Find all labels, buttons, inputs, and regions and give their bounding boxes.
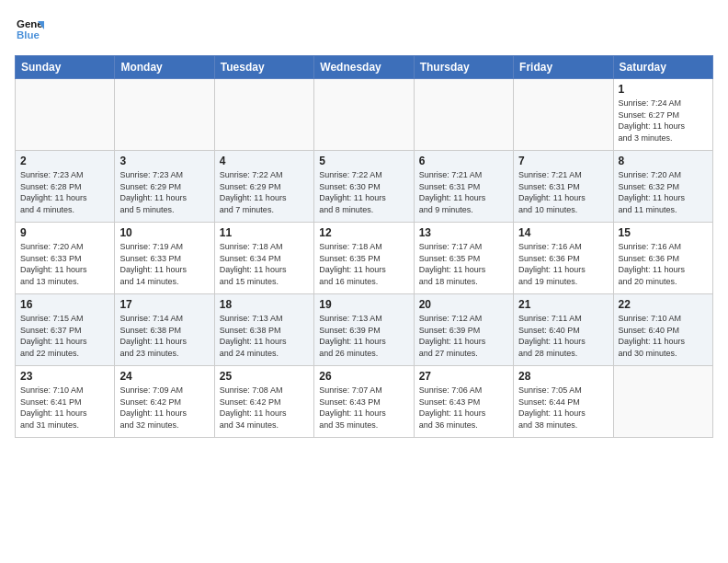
day-number: 14 (518, 226, 608, 239)
day-number: 21 (518, 298, 608, 311)
day-number: 3 (119, 155, 209, 167)
calendar-cell: 14Sunrise: 7:16 AM Sunset: 6:36 PM Dayli… (514, 223, 613, 294)
day-info: Sunrise: 7:11 AM Sunset: 6:40 PM Dayligh… (518, 313, 608, 359)
day-number: 10 (119, 226, 209, 239)
calendar-cell: 24Sunrise: 7:09 AM Sunset: 6:42 PM Dayli… (115, 366, 214, 438)
weekday-header-sunday: Sunday (16, 56, 115, 79)
header: General Blue (15, 15, 713, 46)
day-number: 1 (619, 83, 708, 96)
day-info: Sunrise: 7:12 AM Sunset: 6:39 PM Dayligh… (419, 313, 508, 359)
day-info: Sunrise: 7:07 AM Sunset: 6:43 PM Dayligh… (319, 385, 408, 431)
day-info: Sunrise: 7:20 AM Sunset: 6:33 PM Dayligh… (20, 241, 109, 287)
day-info: Sunrise: 7:09 AM Sunset: 6:42 PM Dayligh… (119, 385, 209, 431)
day-number: 22 (619, 298, 708, 311)
calendar-cell: 9Sunrise: 7:20 AM Sunset: 6:33 PM Daylig… (16, 223, 115, 294)
day-info: Sunrise: 7:21 AM Sunset: 6:31 PM Dayligh… (518, 169, 608, 215)
calendar-cell: 12Sunrise: 7:18 AM Sunset: 6:35 PM Dayli… (314, 223, 414, 294)
day-info: Sunrise: 7:08 AM Sunset: 6:42 PM Dayligh… (220, 385, 309, 431)
calendar-cell (314, 79, 414, 151)
calendar-cell: 1Sunrise: 7:24 AM Sunset: 6:27 PM Daylig… (613, 79, 712, 151)
day-info: Sunrise: 7:18 AM Sunset: 6:35 PM Dayligh… (319, 241, 408, 287)
day-number: 17 (119, 298, 209, 311)
weekday-header-monday: Monday (115, 56, 214, 79)
day-number: 11 (220, 226, 309, 239)
svg-text:Blue: Blue (17, 29, 40, 40)
day-number: 5 (319, 155, 408, 167)
day-info: Sunrise: 7:14 AM Sunset: 6:38 PM Dayligh… (119, 313, 209, 359)
day-info: Sunrise: 7:18 AM Sunset: 6:34 PM Dayligh… (220, 241, 309, 287)
day-number: 8 (619, 155, 708, 167)
day-number: 27 (419, 370, 508, 383)
calendar-cell: 10Sunrise: 7:19 AM Sunset: 6:33 PM Dayli… (115, 223, 214, 294)
day-number: 12 (319, 226, 408, 239)
calendar-cell: 22Sunrise: 7:10 AM Sunset: 6:40 PM Dayli… (613, 294, 712, 366)
calendar-cell: 5Sunrise: 7:22 AM Sunset: 6:30 PM Daylig… (314, 151, 414, 223)
day-number: 9 (20, 226, 109, 239)
logo: General Blue (15, 15, 44, 46)
day-number: 15 (619, 226, 708, 239)
weekday-header-saturday: Saturday (613, 56, 712, 79)
logo-icon: General Blue (17, 15, 44, 42)
day-info: Sunrise: 7:16 AM Sunset: 6:36 PM Dayligh… (518, 241, 608, 287)
weekday-header-thursday: Thursday (414, 56, 513, 79)
calendar-week-row: 1Sunrise: 7:24 AM Sunset: 6:27 PM Daylig… (16, 79, 713, 151)
day-number: 4 (220, 155, 309, 167)
day-number: 23 (20, 370, 109, 383)
day-info: Sunrise: 7:23 AM Sunset: 6:29 PM Dayligh… (119, 169, 209, 215)
calendar-cell: 8Sunrise: 7:20 AM Sunset: 6:32 PM Daylig… (613, 151, 712, 223)
day-number: 6 (419, 155, 508, 167)
day-info: Sunrise: 7:15 AM Sunset: 6:37 PM Dayligh… (20, 313, 109, 359)
calendar-cell: 16Sunrise: 7:15 AM Sunset: 6:37 PM Dayli… (16, 294, 115, 366)
day-number: 18 (220, 298, 309, 311)
calendar-cell: 25Sunrise: 7:08 AM Sunset: 6:42 PM Dayli… (214, 366, 313, 438)
day-info: Sunrise: 7:24 AM Sunset: 6:27 PM Dayligh… (619, 98, 708, 144)
calendar-table: SundayMondayTuesdayWednesdayThursdayFrid… (15, 55, 713, 438)
calendar-cell: 27Sunrise: 7:06 AM Sunset: 6:43 PM Dayli… (414, 366, 513, 438)
calendar-cell: 4Sunrise: 7:22 AM Sunset: 6:29 PM Daylig… (214, 151, 313, 223)
day-number: 26 (319, 370, 408, 383)
day-number: 25 (220, 370, 309, 383)
calendar-cell (613, 366, 712, 438)
calendar-cell: 20Sunrise: 7:12 AM Sunset: 6:39 PM Dayli… (414, 294, 513, 366)
calendar-week-row: 2Sunrise: 7:23 AM Sunset: 6:28 PM Daylig… (16, 151, 713, 223)
day-number: 16 (20, 298, 109, 311)
calendar-week-row: 9Sunrise: 7:20 AM Sunset: 6:33 PM Daylig… (16, 223, 713, 294)
calendar-cell: 19Sunrise: 7:13 AM Sunset: 6:39 PM Dayli… (314, 294, 414, 366)
calendar-cell: 28Sunrise: 7:05 AM Sunset: 6:44 PM Dayli… (514, 366, 613, 438)
day-info: Sunrise: 7:13 AM Sunset: 6:39 PM Dayligh… (319, 313, 408, 359)
calendar-cell: 26Sunrise: 7:07 AM Sunset: 6:43 PM Dayli… (314, 366, 414, 438)
day-number: 24 (119, 370, 209, 383)
calendar-cell: 23Sunrise: 7:10 AM Sunset: 6:41 PM Dayli… (16, 366, 115, 438)
weekday-header-tuesday: Tuesday (214, 56, 313, 79)
weekday-header-wednesday: Wednesday (314, 56, 414, 79)
day-number: 2 (20, 155, 109, 167)
calendar-cell: 6Sunrise: 7:21 AM Sunset: 6:31 PM Daylig… (414, 151, 513, 223)
day-info: Sunrise: 7:10 AM Sunset: 6:40 PM Dayligh… (619, 313, 708, 359)
calendar-cell: 13Sunrise: 7:17 AM Sunset: 6:35 PM Dayli… (414, 223, 513, 294)
calendar-week-row: 23Sunrise: 7:10 AM Sunset: 6:41 PM Dayli… (16, 366, 713, 438)
calendar-cell: 2Sunrise: 7:23 AM Sunset: 6:28 PM Daylig… (16, 151, 115, 223)
calendar-cell: 15Sunrise: 7:16 AM Sunset: 6:36 PM Dayli… (613, 223, 712, 294)
day-info: Sunrise: 7:22 AM Sunset: 6:30 PM Dayligh… (319, 169, 408, 215)
day-info: Sunrise: 7:19 AM Sunset: 6:33 PM Dayligh… (119, 241, 209, 287)
day-info: Sunrise: 7:22 AM Sunset: 6:29 PM Dayligh… (220, 169, 309, 215)
calendar-cell: 18Sunrise: 7:13 AM Sunset: 6:38 PM Dayli… (214, 294, 313, 366)
day-number: 19 (319, 298, 408, 311)
calendar-cell (115, 79, 214, 151)
day-info: Sunrise: 7:17 AM Sunset: 6:35 PM Dayligh… (419, 241, 508, 287)
calendar-cell: 21Sunrise: 7:11 AM Sunset: 6:40 PM Dayli… (514, 294, 613, 366)
day-info: Sunrise: 7:20 AM Sunset: 6:32 PM Dayligh… (619, 169, 708, 215)
calendar-cell (514, 79, 613, 151)
weekday-header-row: SundayMondayTuesdayWednesdayThursdayFrid… (16, 56, 713, 79)
day-info: Sunrise: 7:13 AM Sunset: 6:38 PM Dayligh… (220, 313, 309, 359)
weekday-header-friday: Friday (514, 56, 613, 79)
day-number: 7 (518, 155, 608, 167)
calendar-cell (214, 79, 313, 151)
calendar-cell: 11Sunrise: 7:18 AM Sunset: 6:34 PM Dayli… (214, 223, 313, 294)
calendar-cell: 3Sunrise: 7:23 AM Sunset: 6:29 PM Daylig… (115, 151, 214, 223)
day-number: 28 (518, 370, 608, 383)
calendar-cell (16, 79, 115, 151)
calendar-cell: 7Sunrise: 7:21 AM Sunset: 6:31 PM Daylig… (514, 151, 613, 223)
day-number: 13 (419, 226, 508, 239)
day-info: Sunrise: 7:10 AM Sunset: 6:41 PM Dayligh… (20, 385, 109, 431)
